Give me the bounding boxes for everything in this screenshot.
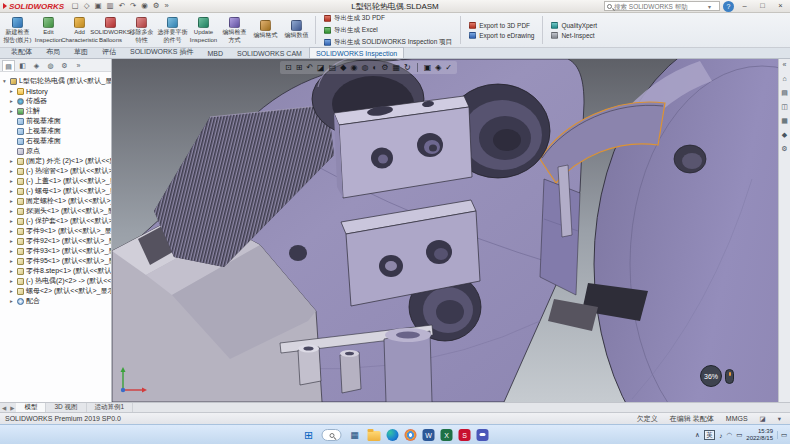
- collapse-icon[interactable]: [10, 218, 16, 224]
- export-inspection-project-item[interactable]: 导出生成 SOLIDWORKS Inspection 项目: [324, 38, 452, 47]
- edit-values-button[interactable]: 编辑数值: [281, 13, 312, 47]
- tab-assembly[interactable]: 装配体: [4, 44, 39, 58]
- assembly-3d-model[interactable]: [112, 59, 778, 402]
- qualityxpert-item[interactable]: QualityXpert: [551, 22, 597, 29]
- tree-item-history[interactable]: History: [0, 86, 111, 96]
- apply-scene-icon[interactable]: ⚙: [381, 61, 388, 74]
- tree-item-right-plane[interactable]: 右视基准面: [0, 136, 111, 146]
- view-orientation-icon[interactable]: ◆: [340, 61, 346, 74]
- export-3dpdf-item[interactable]: 导出生成 3D PDF: [324, 14, 452, 23]
- collapse-icon[interactable]: [10, 228, 16, 234]
- tree-item-component[interactable]: 零件93<1> (默认<<默认>_显示状态 1>): [0, 246, 111, 256]
- collapse-icon[interactable]: [10, 98, 16, 104]
- tree-item-sensors[interactable]: 传感器: [0, 96, 111, 106]
- tree-item-component[interactable]: 零件8.step<1> (默认<<默认>_显示状态 1>): [0, 266, 111, 276]
- excel-icon[interactable]: X: [441, 429, 453, 441]
- collapse-pane-icon[interactable]: «: [783, 61, 787, 69]
- unit-system[interactable]: MMGS: [726, 415, 748, 422]
- tree-item-component[interactable]: 零件9<1> (默认<<默认>_显示状态 1>): [0, 226, 111, 236]
- status-tag-icon[interactable]: ◪: [760, 415, 766, 423]
- help-search-box[interactable]: ▾: [604, 1, 720, 11]
- tree-item-component[interactable]: (-) 热缩管<1> (默认<<默认>_显示状态 1>): [0, 166, 111, 176]
- edit-appearance-icon[interactable]: ◐: [372, 61, 377, 74]
- tree-item-component[interactable]: (-) 螺母<1> (默认<<默认>_显示状态 1>): [0, 186, 111, 196]
- tab-solidworks-inspection[interactable]: SOLIDWORKS Inspection: [309, 47, 404, 58]
- mbd-3dview-icon[interactable]: ▣: [424, 61, 432, 74]
- input-language-indicator[interactable]: 英: [704, 430, 716, 440]
- tab-model[interactable]: 模型: [16, 403, 46, 412]
- chat-icon[interactable]: [477, 429, 489, 441]
- open-file-icon[interactable]: ◇: [81, 0, 92, 12]
- collapse-icon[interactable]: [10, 158, 16, 164]
- tray-overflow-icon[interactable]: ∧: [695, 431, 700, 439]
- tab-evaluate[interactable]: 评估: [95, 44, 123, 58]
- displaymanager-tab[interactable]: ⚙: [58, 60, 71, 71]
- toolbar-chevron-icon[interactable]: »: [162, 0, 171, 12]
- edit-format-button[interactable]: 编辑格式: [250, 13, 281, 47]
- graphics-area[interactable]: ⊡ ⊞ ↶ ◪ ▤ ◆ ◉ ◍ ◐ ⚙ ▦ ↻ ▣ ◈ ✓ 36%: [112, 59, 778, 402]
- tree-item-front-plane[interactable]: 前视基准面: [0, 116, 111, 126]
- collapse-icon[interactable]: [10, 188, 16, 194]
- select-balloon-items-button[interactable]: 选择要平衡 的件号: [157, 13, 188, 47]
- edge-icon[interactable]: [387, 429, 399, 441]
- collapse-icon[interactable]: [10, 288, 16, 294]
- solidworks-taskbar-icon[interactable]: S: [459, 429, 471, 441]
- collapse-icon[interactable]: [10, 238, 16, 244]
- taskbar-clock[interactable]: 15:39 2022/8/15: [746, 428, 773, 442]
- browser-icon[interactable]: [405, 429, 417, 441]
- update-inspection-button[interactable]: Update Inspection: [188, 13, 219, 47]
- start-button[interactable]: ⊞: [302, 428, 316, 442]
- close-button[interactable]: ×: [773, 0, 788, 12]
- tab-scroll-left-icon[interactable]: ◀: [0, 403, 8, 412]
- export-to-edrawing-item[interactable]: Export to eDrawing: [469, 32, 534, 39]
- file-explorer-icon[interactable]: [368, 431, 381, 441]
- tab-motion-study[interactable]: 运动算例1: [87, 403, 134, 412]
- battery-icon[interactable]: ▭: [736, 431, 742, 439]
- tree-item-component[interactable]: (-) 热电偶(2)<2> -> (默认<<默认>_显示状态 1>): [0, 276, 111, 286]
- net-inspect-item[interactable]: Net-Inspect: [551, 32, 597, 39]
- tree-item-component[interactable]: 固定螺栓<1> (默认<<默认>_显示状态 1>): [0, 196, 111, 206]
- tree-root-assembly[interactable]: L型铝轮热电偶 (默认<默认_显示状态-1>): [0, 76, 111, 86]
- tree-item-annotations[interactable]: 注解: [0, 106, 111, 116]
- rotate-view-icon[interactable]: ↻: [404, 61, 411, 74]
- zoom-area-icon[interactable]: ⊞: [296, 61, 303, 74]
- collapse-icon[interactable]: [10, 168, 16, 174]
- collapse-icon[interactable]: [10, 278, 16, 284]
- search-dropdown-icon[interactable]: ▾: [708, 3, 711, 10]
- minimize-button[interactable]: –: [737, 0, 752, 12]
- new-inspection-report-button[interactable]: 新建检查 报告(嵌片): [2, 13, 33, 47]
- propertymanager-tab[interactable]: ◧: [16, 60, 29, 71]
- inspection-check-icon[interactable]: ✓: [445, 61, 452, 74]
- edit-inspection-method-button[interactable]: 编辑检查 方式: [219, 13, 250, 47]
- print-icon[interactable]: ▥: [104, 0, 116, 12]
- configurationmanager-tab[interactable]: ◈: [30, 60, 43, 71]
- remove-extra-features-button[interactable]: 移除多余 特性: [126, 13, 157, 47]
- word-icon[interactable]: W: [423, 429, 435, 441]
- tab-layout[interactable]: 布局: [39, 44, 67, 58]
- network-icon[interactable]: ◠: [726, 431, 732, 439]
- tab-solidworks-cam[interactable]: SOLIDWORKS CAM: [230, 47, 309, 58]
- undo-icon[interactable]: ↶: [116, 0, 127, 12]
- edit-inspection-button[interactable]: Edit Inspection: [33, 13, 64, 47]
- collapse-icon[interactable]: [10, 258, 16, 264]
- tab-addins[interactable]: SOLIDWORKS 插件: [123, 44, 200, 58]
- collapse-icon[interactable]: [10, 198, 16, 204]
- tree-item-component[interactable]: 零件95<1> (默认<<默认>_显示状态 1>): [0, 256, 111, 266]
- tree-item-component[interactable]: 零件92<1> (默认<<默认>_显示状态 1>): [0, 236, 111, 246]
- collapse-icon[interactable]: [10, 88, 16, 94]
- dimxpert-tab[interactable]: ◍: [44, 60, 57, 71]
- appearances-icon[interactable]: ◆: [782, 131, 787, 139]
- collapse-icon[interactable]: [10, 208, 16, 214]
- volume-icon[interactable]: ♪: [719, 432, 722, 439]
- hide-show-items-icon[interactable]: ◍: [361, 61, 368, 74]
- export-to-3dpdf-item[interactable]: Export to 3D PDF: [469, 22, 534, 29]
- view-settings-icon[interactable]: ▦: [392, 61, 400, 74]
- tree-item-component[interactable]: (-) 上盖<1> (默认<<默认>_显示状态 1>): [0, 176, 111, 186]
- rebuild-icon[interactable]: ◉: [139, 0, 151, 12]
- collapse-icon[interactable]: [10, 108, 16, 114]
- tab-mbd[interactable]: MBD: [200, 47, 230, 58]
- tree-item-origin[interactable]: 原点: [0, 146, 111, 156]
- tree-item-top-plane[interactable]: 上视基准面: [0, 126, 111, 136]
- notification-center-icon[interactable]: ▭: [777, 431, 787, 439]
- tree-item-mates[interactable]: 配合: [0, 296, 111, 306]
